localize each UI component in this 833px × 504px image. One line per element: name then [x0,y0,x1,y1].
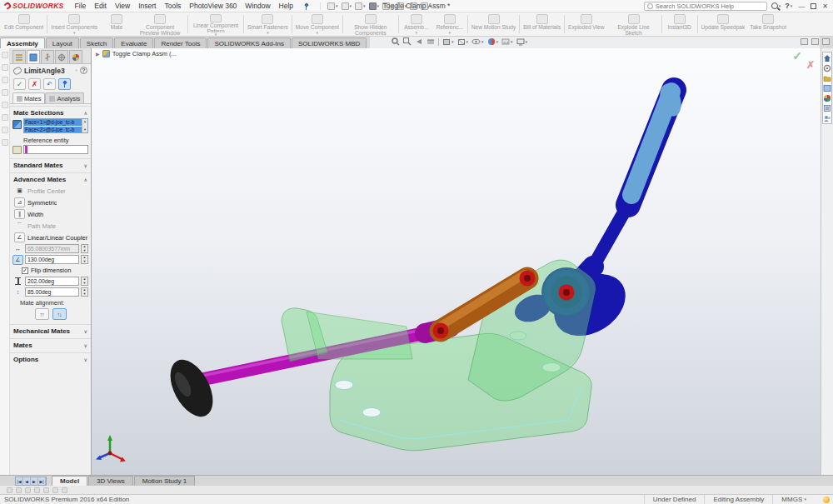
menu-view[interactable]: View [111,2,134,10]
menu-photoview[interactable]: PhotoView 360 [185,2,241,10]
anti-aligned-toggle[interactable]: ↑↓ [52,308,67,320]
view-palette-icon[interactable] [823,83,832,92]
left-strip-icon-3[interactable] [2,77,8,83]
mate-width[interactable]: ∥Width [10,208,91,220]
min-angle-input[interactable]: 85.00deg [25,287,79,297]
advanced-mates-header[interactable]: Advanced Mates∧ [10,172,91,185]
solidworks-resources-icon[interactable] [823,53,832,62]
tab-layout[interactable]: Layout [46,37,79,48]
search-button[interactable]: ▾ [771,2,781,9]
motion-tool-icon-5[interactable] [43,487,49,493]
print-button[interactable]: ▾ [369,2,380,10]
tab-assembly[interactable]: Assembly [0,37,45,48]
tab-model[interactable]: Model [52,476,87,486]
ribbon-button-assembly-features[interactable]: Assemb...▾ [400,12,433,36]
menu-file[interactable]: File [71,2,91,10]
left-strip-icon-4[interactable] [2,89,8,96]
edit-appearance-button[interactable]: ▾ [487,37,499,46]
file-explorer-icon[interactable] [823,73,832,82]
tab-display-manager[interactable] [69,50,82,63]
options-header[interactable]: Options∨ [10,352,91,365]
help-menu-button[interactable]: ?▾ [785,2,792,10]
motion-tool-icon-2[interactable] [16,487,22,493]
left-strip-icon-6[interactable] [2,114,8,121]
motion-tool-icon-1[interactable] [7,487,12,493]
left-strip-icon-2[interactable] [2,64,8,71]
menu-pin-icon[interactable] [302,2,310,10]
ribbon-button-linear-pattern[interactable]: Linear Component Pattern▾ [189,12,242,36]
graphics-viewport[interactable]: ▶ Toggle Clamp Assm (... ✓ ✗ [92,48,821,475]
open-button[interactable]: ▾ [342,2,352,10]
mates-list-header[interactable]: Mates∨ [10,338,91,351]
ok-button[interactable]: ✓ [13,78,26,90]
menu-insert[interactable]: Insert [134,2,160,10]
menu-help[interactable]: Help [275,2,297,10]
display-style-button[interactable]: ▾ [457,37,469,46]
left-strip-icon-7[interactable] [2,127,8,133]
previous-view-button[interactable] [415,37,423,46]
tab-evaluate[interactable]: Evaluate [114,37,153,48]
restore-button[interactable] [811,3,816,9]
motion-tool-icon-7[interactable] [62,487,67,493]
ribbon-button-explode-line-sketch[interactable]: Explode Line Sketch [607,12,661,36]
subtab-analysis[interactable]: Analysis [45,92,84,103]
tab-solidworks-addins[interactable]: SOLIDWORKS Add-Ins [207,37,291,48]
angle-spinner[interactable]: ▲▼ [81,255,88,264]
tab-motion-study-1[interactable]: Motion Study 1 [134,476,195,486]
ribbon-button-edit-component[interactable]: Edit Component [2,12,46,36]
zoom-area-button[interactable] [403,37,412,46]
max-angle-spinner[interactable]: ▲▼ [81,277,88,286]
ribbon-button-smart-fasteners[interactable]: Smart Fasteners▾ [245,12,291,36]
save-button[interactable]: ▾ [355,2,366,10]
ribbon-button-new-motion-study[interactable]: New Motion Study [469,12,519,36]
tab-sketch[interactable]: Sketch [80,37,113,48]
feedback-icon[interactable]: ◦ [75,67,77,74]
minimize-button[interactable]: — [796,2,806,10]
reference-entity-input[interactable] [23,145,88,154]
flyout-tree[interactable]: ▶ Toggle Clamp Assm (... [96,50,177,57]
tab-3d-views[interactable]: 3D Views [88,476,133,486]
section-view-button[interactable] [426,37,435,46]
mate-linear-coupler[interactable]: ∠Linear/Linear Coupler [10,232,91,243]
custom-properties-icon[interactable] [823,103,832,112]
solidworks-forum-icon[interactable] [823,113,832,122]
view-orientation-button[interactable]: ▾ [442,37,454,46]
menu-tools[interactable]: Tools [160,2,185,10]
units-selector[interactable]: MMGS ▾ [772,495,815,504]
pm-help-icon[interactable]: ? [80,67,87,74]
search-input[interactable] [656,2,764,10]
menu-window[interactable]: Window [241,2,274,10]
mate-entities-listbox[interactable]: Face<1>@d-joe_tc-b Face<2>@d-joe_tc-b ▲▼ [23,118,88,133]
hide-show-items-button[interactable]: ▾ [471,37,484,46]
four-viewport-icon[interactable] [822,38,830,45]
tab-featuremanager-tree[interactable] [12,50,26,63]
model-rubber-knob[interactable] [162,352,222,423]
mate-selections-header[interactable]: Mate Selections∧ [10,106,91,118]
selected-face-1[interactable]: Face<1>@d-joe_tc-b [24,119,82,126]
single-viewport-icon[interactable] [801,38,808,45]
menu-edit[interactable]: Edit [90,2,111,10]
aligned-toggle[interactable]: ↑↑ [35,308,49,320]
view-settings-button[interactable]: ▾ [516,37,528,46]
flip-dimension-checkbox[interactable]: ✓ [22,267,28,274]
status-sphere-icon[interactable] [823,497,830,503]
ribbon-button-move-component[interactable]: Move Component▾ [293,12,342,36]
ribbon-button-insert-components[interactable]: Insert Components▾ [48,12,100,36]
left-strip-icon-5[interactable] [2,102,8,108]
ribbon-button-update-speedpak[interactable]: Update Speedpak [699,12,748,36]
split-viewport-icon[interactable] [811,38,819,45]
tab-scroll-buttons[interactable]: |◀ ◀ ▶ ▶| [15,477,47,486]
entity-scrollbar[interactable]: ▲▼ [82,119,87,132]
keep-visible-pin-button[interactable] [58,78,71,90]
apply-scene-button[interactable]: ▾ [501,37,513,46]
tab-solidworks-mbd[interactable]: SOLIDWORKS MBD [292,37,367,48]
max-angle-input[interactable]: 202.00deg [25,277,79,286]
ribbon-button-show-hidden[interactable]: Show Hidden Components [344,12,397,36]
selected-face-2[interactable]: Face<2>@d-joe_tc-b [24,127,82,133]
left-strip-icon-8[interactable] [2,139,8,146]
motion-tool-icon-3[interactable] [25,487,31,493]
model-base-wall[interactable] [307,312,412,359]
ribbon-button-instant3d[interactable]: Instant3D [663,12,696,36]
subtab-mates[interactable]: Mates [12,92,45,103]
undo-button-pm[interactable]: ↶ [43,78,56,90]
